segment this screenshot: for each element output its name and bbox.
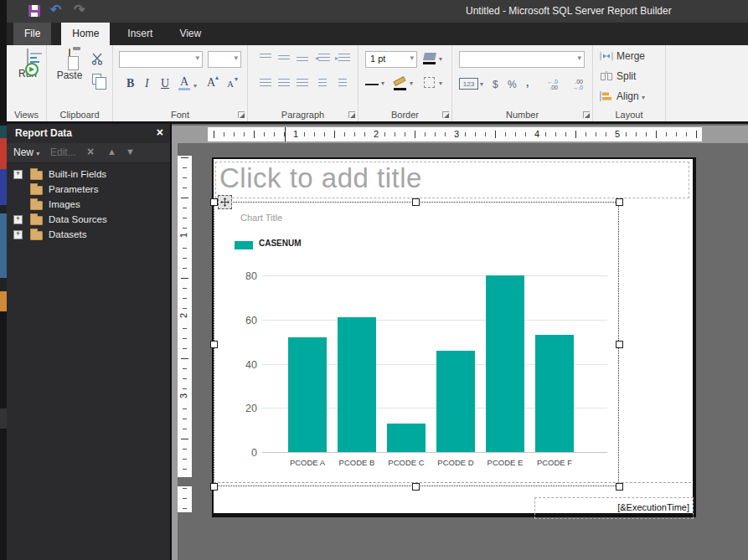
chart-title[interactable]: Chart Title: [240, 213, 282, 223]
ribbon-group-border: 1 pt ▾ ▾ ▾ ▾ ▾ Border: [359, 45, 452, 121]
undo-icon[interactable]: ↶: [50, 2, 61, 18]
border-color-pen-icon[interactable]: [393, 76, 405, 86]
number-group-label: Number: [452, 110, 592, 120]
chevron-down-icon[interactable]: ▾: [193, 82, 197, 90]
selection-handle[interactable]: [616, 341, 623, 348]
tree-item-images[interactable]: Images: [7, 198, 170, 213]
tab-home[interactable]: Home: [61, 23, 110, 45]
redo-icon[interactable]: ↷: [74, 2, 85, 18]
selection-handle[interactable]: [210, 483, 218, 491]
align-center-icon[interactable]: [278, 79, 290, 87]
align-right-icon[interactable]: [297, 79, 308, 87]
split-button[interactable]: Split: [600, 70, 636, 85]
run-button[interactable]: ▶ Run: [13, 49, 42, 98]
tab-file[interactable]: File: [13, 23, 51, 45]
delete-icon[interactable]: ×: [87, 145, 94, 158]
chevron-down-icon[interactable]: ▾: [439, 80, 442, 87]
clipboard-group-label: Clipboard: [47, 110, 112, 120]
chevron-down-icon[interactable]: ▾: [410, 80, 413, 87]
tab-view[interactable]: View: [168, 23, 212, 45]
grow-font-button[interactable]: A: [207, 76, 215, 90]
underline-button[interactable]: U: [161, 77, 169, 90]
chart-bar[interactable]: [436, 351, 475, 452]
selection-handle[interactable]: [210, 198, 218, 206]
cut-icon[interactable]: [90, 52, 104, 69]
save-icon[interactable]: [28, 5, 40, 17]
report-page[interactable]: Click to add title Chart Title CASENUM 0…: [212, 157, 696, 517]
expand-icon[interactable]: +: [13, 170, 23, 179]
percent-button[interactable]: %: [508, 79, 517, 90]
tree-item-data-sources[interactable]: +Data Sources: [7, 213, 170, 228]
font-size-select[interactable]: ▾: [208, 51, 241, 68]
numbered-list-icon[interactable]: [338, 79, 347, 87]
font-name-select[interactable]: ▾: [119, 51, 203, 68]
chart-object[interactable]: Chart Title CASENUM 020406080PCODE APCOD…: [214, 202, 619, 486]
decrease-decimal-button[interactable]: .00→.0: [565, 79, 583, 90]
expand-icon[interactable]: +: [13, 230, 23, 239]
tree-item-parameters[interactable]: Parameters: [7, 182, 170, 198]
selection-handle[interactable]: [616, 198, 623, 206]
chevron-down-icon[interactable]: ▾: [381, 80, 384, 87]
report-title-textbox[interactable]: Click to add title: [215, 162, 689, 198]
increase-decimal-button[interactable]: ←.0.00: [539, 79, 558, 90]
align-button[interactable]: Align ▾: [600, 90, 645, 105]
italic-button[interactable]: I: [145, 77, 149, 90]
align-left-icon[interactable]: [260, 79, 271, 87]
tab-insert[interactable]: Insert: [116, 23, 163, 45]
edit-button[interactable]: Edit...: [50, 146, 76, 158]
border-width-select[interactable]: 1 pt ▾: [365, 51, 417, 68]
move-up-icon[interactable]: ▲: [107, 146, 116, 157]
chevron-down-icon[interactable]: ▾: [439, 55, 442, 63]
chart-bar[interactable]: [387, 424, 426, 452]
vertical-ruler: 123: [178, 156, 192, 477]
folder-icon: [30, 231, 43, 240]
ribbon-group-font: ▾ ▾ B I U A ▾ A ▴ A ▾ Font: [113, 45, 248, 121]
increase-indent-icon[interactable]: [338, 54, 350, 62]
selection-handle[interactable]: [412, 483, 420, 491]
number-format-select[interactable]: ▾: [459, 51, 585, 68]
expand-icon[interactable]: +: [13, 215, 23, 224]
font-color-button[interactable]: A: [180, 75, 188, 89]
copy-icon[interactable]: [92, 74, 101, 85]
ruler-number: 3: [178, 392, 188, 400]
selection-handle[interactable]: [412, 198, 420, 206]
indent-arrow-icon: ▸: [335, 54, 338, 62]
tree-item-built-in-fields[interactable]: +Built-in Fields: [7, 167, 170, 182]
align-top-icon[interactable]: [260, 54, 271, 59]
move-down-icon[interactable]: ▼: [126, 146, 135, 157]
clipboard-page-icon: [68, 56, 79, 70]
ribbon: ▶ Run Views Paste Clipboard: [7, 45, 748, 124]
window-edge-decor: [0, 205, 7, 213]
move-handle[interactable]: [218, 195, 232, 209]
bold-button[interactable]: B: [126, 77, 134, 90]
report-document-icon: [27, 49, 28, 64]
fill-color-icon[interactable]: [423, 53, 436, 60]
report-title-placeholder[interactable]: Click to add title: [219, 162, 422, 194]
paste-button[interactable]: Paste: [54, 49, 85, 98]
shrink-font-button[interactable]: A: [227, 79, 234, 89]
new-button[interactable]: New ▾: [13, 146, 39, 158]
close-icon[interactable]: ×: [157, 126, 163, 139]
selection-handle[interactable]: [616, 483, 623, 491]
selection-handle[interactable]: [210, 341, 218, 348]
currency-button[interactable]: $: [493, 79, 498, 90]
chart-bar[interactable]: [338, 317, 376, 452]
tree-item-datasets[interactable]: +Datasets: [7, 228, 170, 243]
border-style-icon[interactable]: [365, 84, 379, 85]
ruler-number: 4: [532, 129, 542, 139]
chart-bar[interactable]: [486, 275, 524, 452]
decrease-indent-icon[interactable]: [318, 54, 330, 62]
align-middle-icon[interactable]: [278, 55, 290, 60]
chart-bar[interactable]: [288, 337, 327, 452]
number-format-icon[interactable]: 123: [459, 78, 478, 90]
thousands-separator-button[interactable]: ,: [526, 77, 529, 89]
window-edge-decor: [0, 213, 7, 278]
border-placement-icon[interactable]: [424, 77, 435, 88]
footer-textbox[interactable]: [&ExecutionTime]: [534, 497, 694, 519]
chevron-down-icon[interactable]: ▾: [480, 80, 483, 88]
y-axis-label: 40: [222, 359, 257, 371]
bullet-list-icon[interactable]: [318, 79, 327, 87]
chart-bar[interactable]: [535, 335, 574, 452]
align-bottom-icon[interactable]: [297, 57, 308, 62]
merge-button[interactable]: Merge: [600, 50, 645, 65]
